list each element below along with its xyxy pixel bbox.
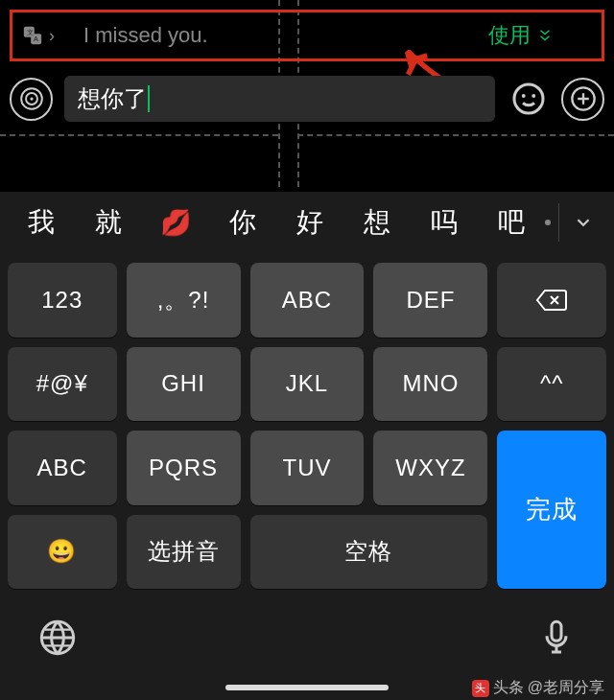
candidate-3[interactable]: 💋 bbox=[142, 208, 209, 238]
key-done[interactable]: 完成 bbox=[497, 431, 606, 589]
candidate-1[interactable]: 我 bbox=[8, 204, 75, 241]
message-input[interactable]: 想你了 bbox=[64, 76, 495, 122]
home-indicator[interactable] bbox=[225, 685, 389, 690]
watermark: 头 头条 @老周分享 bbox=[472, 678, 604, 698]
svg-point-10 bbox=[531, 94, 535, 98]
key-jkl[interactable]: JKL bbox=[250, 347, 365, 422]
sound-wave-icon bbox=[19, 86, 44, 111]
key-wxyz[interactable]: WXYZ bbox=[373, 431, 487, 505]
key-alpha[interactable]: ABC bbox=[8, 431, 117, 505]
svg-point-8 bbox=[514, 84, 543, 113]
candidate-5[interactable]: 好 bbox=[276, 204, 343, 241]
translate-icon: 文A bbox=[22, 25, 43, 46]
key-abc[interactable]: ABC bbox=[250, 263, 365, 338]
watermark-author: @老周分享 bbox=[528, 678, 604, 698]
key-punct[interactable]: ,。?! bbox=[127, 263, 241, 338]
more-button[interactable] bbox=[561, 78, 604, 121]
key-emoji[interactable]: 😀 bbox=[8, 515, 117, 590]
key-pqrs[interactable]: PQRS bbox=[127, 431, 241, 505]
key-backspace[interactable] bbox=[497, 263, 606, 338]
candidate-row: 我 就 💋 你 好 想 吗 吧 bbox=[0, 192, 614, 253]
expand-candidates-button[interactable] bbox=[558, 203, 606, 242]
watermark-brand: 头条 bbox=[493, 678, 524, 698]
input-text: 想你了 bbox=[78, 83, 147, 114]
candidate-7[interactable]: 吗 bbox=[411, 204, 478, 241]
key-123[interactable]: 123 bbox=[8, 263, 117, 338]
ime-keyboard: 我 就 💋 你 好 想 吗 吧 123 ,。?! ABC DEF #@¥ GHI… bbox=[0, 192, 614, 700]
svg-rect-13 bbox=[552, 621, 561, 641]
svg-text:A: A bbox=[34, 35, 38, 43]
emoji-button[interactable] bbox=[507, 78, 550, 121]
key-mno[interactable]: MNO bbox=[373, 347, 487, 422]
smiley-icon bbox=[511, 82, 546, 116]
chevron-right-icon: › bbox=[49, 26, 55, 46]
globe-icon[interactable] bbox=[38, 618, 77, 657]
voice-input-button[interactable] bbox=[10, 78, 53, 121]
key-ghi[interactable]: GHI bbox=[127, 347, 241, 422]
key-space[interactable]: 空格 bbox=[250, 515, 488, 590]
watermark-logo-icon: 头 bbox=[472, 680, 489, 697]
candidate-6[interactable]: 想 bbox=[343, 204, 411, 241]
key-caps[interactable]: ^^ bbox=[497, 347, 606, 422]
key-def[interactable]: DEF bbox=[373, 263, 487, 338]
plus-icon bbox=[570, 85, 597, 112]
apply-translation-button[interactable]: 使用 bbox=[488, 21, 554, 50]
keyboard-bottom-row bbox=[0, 609, 614, 666]
svg-point-7 bbox=[30, 97, 33, 100]
key-symbols[interactable]: #@¥ bbox=[8, 347, 117, 422]
app-root: 文A › I missed you. 使用 想你了 我 就 💋 你 bbox=[0, 0, 614, 700]
translate-bar[interactable]: 文A › I missed you. 使用 bbox=[10, 10, 604, 61]
message-input-row: 想你了 bbox=[10, 72, 604, 126]
key-tuv[interactable]: TUV bbox=[250, 431, 365, 505]
candidate-more-indicator bbox=[545, 220, 551, 225]
candidate-4[interactable]: 你 bbox=[209, 204, 276, 241]
key-select-pinyin[interactable]: 选拼音 bbox=[127, 515, 241, 590]
svg-point-9 bbox=[521, 94, 525, 98]
chevron-down-icon bbox=[573, 212, 594, 233]
backspace-icon bbox=[535, 289, 568, 312]
svg-text:文: 文 bbox=[27, 28, 34, 36]
keyboard-grid: 123 ,。?! ABC DEF #@¥ GHI JKL MNO ^^ ABC … bbox=[8, 263, 606, 589]
candidate-2[interactable]: 就 bbox=[75, 204, 142, 241]
candidate-8[interactable]: 吧 bbox=[478, 204, 545, 241]
translated-text: I missed you. bbox=[83, 23, 488, 48]
double-chevron-down-icon bbox=[536, 27, 554, 44]
apply-label: 使用 bbox=[488, 21, 531, 50]
text-cursor bbox=[148, 85, 150, 112]
microphone-icon[interactable] bbox=[537, 618, 576, 657]
